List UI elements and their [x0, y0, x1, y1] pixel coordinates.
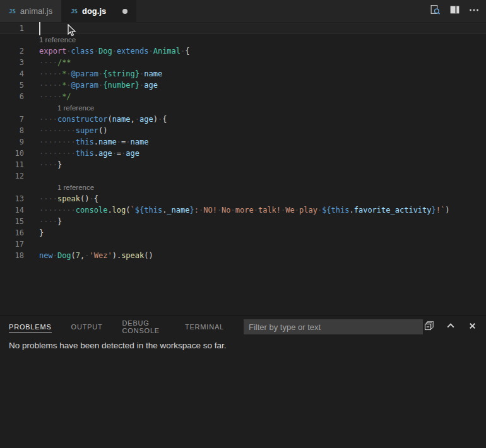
panel-tab-problems[interactable]: PROBLEMS [9, 321, 52, 333]
line-number: 15 [0, 216, 24, 227]
code-line-11[interactable]: 11····} [0, 159, 486, 170]
line-number: 4 [0, 68, 24, 80]
code-line-16[interactable]: 16} [0, 227, 486, 239]
code-line-15[interactable]: 15····} [0, 216, 486, 227]
line-number [0, 182, 24, 193]
panel-tab-output[interactable]: OUTPUT [71, 321, 103, 333]
problems-filter-input[interactable] [244, 319, 423, 334]
code-line-content: ····} [24, 216, 62, 227]
code-line-17[interactable]: 17 [0, 239, 486, 250]
codelens-row: 1 reference [0, 182, 486, 193]
code-line-content [24, 23, 39, 34]
code-line-content [24, 239, 39, 250]
code-line-content: ····/** [24, 57, 71, 68]
line-number: 7 [0, 114, 24, 125]
line-number: 13 [0, 193, 24, 204]
line-number: 17 [0, 239, 24, 250]
code-line-8[interactable]: 8········super() [0, 125, 486, 136]
editor-tabs: JSanimal.jsJSdog.js [0, 0, 136, 22]
javascript-file-icon: JS [9, 8, 16, 15]
split-editor-icon [449, 4, 460, 18]
line-number: 1 [0, 23, 24, 34]
code-line-4[interactable]: 4·····*·@param·{string}·name [0, 68, 486, 80]
editor-actions [429, 0, 486, 22]
code-line-content: ········console.log(`${this._name}:·NO!·… [24, 204, 449, 216]
more-actions-button[interactable] [468, 5, 480, 18]
code-line-10[interactable]: 10········this.age·=·age [0, 148, 486, 159]
code-line-6[interactable]: 6·····*/ [0, 91, 486, 102]
line-number: 3 [0, 57, 24, 68]
line-number [0, 102, 24, 114]
panel-tabs: PROBLEMSOUTPUTDEBUG CONSOLETERMINAL [9, 317, 244, 337]
panel-actions [423, 321, 481, 333]
collapse-all-button[interactable] [423, 321, 436, 333]
code-line-content: export·class·Dog·extends·Animal·{ [24, 45, 190, 57]
code-line-14[interactable]: 14········console.log(`${this._name}:·NO… [0, 204, 486, 216]
split-editor-button[interactable] [448, 5, 461, 18]
code-line-content [24, 170, 39, 182]
code-line-content: ·····*·@param·{string}·name [24, 68, 162, 80]
code-line-9[interactable]: 9········this.name·=·name [0, 136, 486, 148]
code-line-content: ········this.age·=·age [24, 148, 139, 159]
chevron-up-icon [446, 321, 456, 333]
line-number: 6 [0, 91, 24, 102]
code-line-content: ····speak()·{ [24, 193, 98, 204]
code-line-5[interactable]: 5·····*·@param·{number}·age [0, 80, 486, 91]
code-line-content: ····constructor(name,·age)·{ [24, 114, 167, 125]
tab-animal.js[interactable]: JSanimal.js [0, 0, 62, 22]
javascript-file-icon: JS [71, 8, 78, 15]
line-number: 8 [0, 125, 24, 136]
code-line-3[interactable]: 3····/** [0, 57, 486, 68]
close-panel-button[interactable] [466, 321, 478, 333]
maximize-panel-button[interactable] [444, 321, 457, 333]
line-number: 5 [0, 80, 24, 91]
panel-tab-debug-console[interactable]: DEBUG CONSOLE [122, 317, 165, 337]
code-lines: 11 reference2export·class·Dog·extends·An… [0, 23, 486, 261]
tab-label: animal.js [20, 6, 52, 16]
line-number [0, 34, 24, 45]
bottom-panel: PROBLEMSOUTPUTDEBUG CONSOLETERMINAL [0, 315, 486, 448]
code-line-7[interactable]: 7····constructor(name,·age)·{ [0, 114, 486, 125]
line-number: 14 [0, 204, 24, 216]
vscode-window: JSanimal.jsJSdog.js [0, 0, 486, 448]
text-caret [39, 22, 40, 35]
collapse-all-icon [424, 321, 434, 333]
line-number: 12 [0, 170, 24, 182]
code-line-content: } [24, 227, 44, 239]
line-number: 11 [0, 159, 24, 170]
code-line-18[interactable]: 18new·Dog(7,·'Wez').speak() [0, 250, 486, 261]
modified-indicator-dot[interactable] [122, 9, 127, 14]
mouse-cursor [68, 24, 77, 40]
code-line-content: ·····*·@param·{number}·age [24, 80, 158, 91]
code-line-2[interactable]: 2export·class·Dog·extends·Animal·{ [0, 45, 486, 57]
code-line-13[interactable]: 13····speak()·{ [0, 193, 486, 204]
line-number: 2 [0, 45, 24, 57]
panel-header: PROBLEMSOUTPUTDEBUG CONSOLETERMINAL [0, 316, 486, 338]
codelens-reference[interactable]: 1 reference [24, 102, 94, 114]
code-line-content: ········super() [24, 125, 107, 136]
panel-tab-terminal[interactable]: TERMINAL [185, 321, 224, 333]
code-line-content: ·····*/ [24, 91, 71, 102]
problems-message: No problems have been detected in the wo… [0, 338, 486, 353]
code-line-12[interactable]: 12 [0, 170, 486, 182]
tab-dog.js[interactable]: JSdog.js [62, 0, 136, 22]
open-preview-button[interactable] [429, 5, 441, 18]
codelens-row: 1 reference [0, 102, 486, 114]
code-line-content: ········this.name·=·name [24, 136, 148, 148]
code-line-content: new·Dog(7,·'Wez').speak() [24, 250, 153, 261]
code-editor[interactable]: 11 reference2export·class·Dog·extends·An… [0, 22, 486, 315]
line-number: 10 [0, 148, 24, 159]
line-number: 18 [0, 250, 24, 261]
line-number: 9 [0, 136, 24, 148]
codelens-reference[interactable]: 1 reference [24, 182, 94, 193]
line-number: 16 [0, 227, 24, 239]
close-icon [468, 321, 477, 333]
tab-label: dog.js [82, 6, 106, 16]
more-actions-icon [469, 5, 479, 18]
code-line-content: ····} [24, 159, 62, 170]
editor-tab-bar: JSanimal.jsJSdog.js [0, 0, 486, 22]
open-preview-icon [430, 4, 441, 18]
